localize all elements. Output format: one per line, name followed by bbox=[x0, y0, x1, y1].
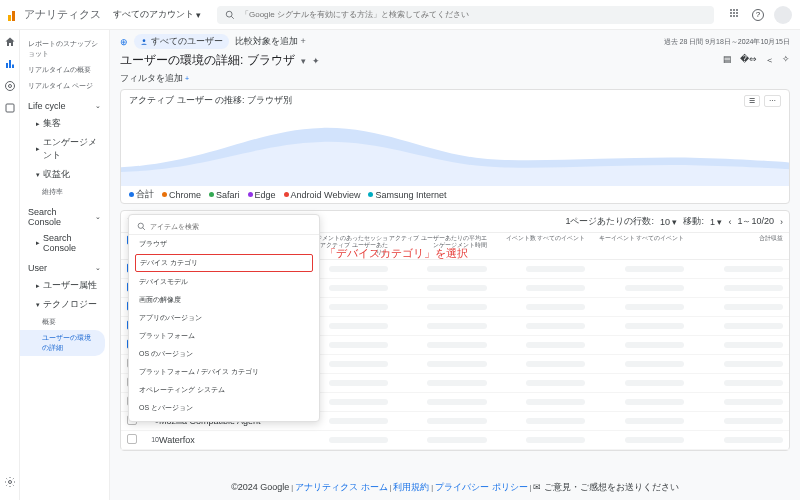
add-filter[interactable]: フィルタを追加 + bbox=[120, 72, 790, 85]
account-label: すべてのアカウント bbox=[113, 8, 194, 21]
dropdown-item[interactable]: 画面の解像度 bbox=[129, 291, 319, 309]
page-title: ユーザーの環境の詳細: ブラウザ bbox=[120, 52, 295, 69]
sidebar-item-tech-details[interactable]: ユーザーの環境の詳細 bbox=[20, 330, 105, 356]
sidebar-group-user[interactable]: User⌄ bbox=[20, 260, 109, 276]
dropdown-item[interactable]: デバイス カテゴリ bbox=[135, 254, 313, 272]
rows-per-page-select[interactable]: 10 ▾ bbox=[660, 217, 678, 227]
footer-feedback[interactable]: ✉ ご意見・ご感想をお送りください bbox=[533, 482, 679, 492]
sidebar-item-engagement[interactable]: ▸エンゲージメント bbox=[20, 133, 109, 165]
ads-icon[interactable] bbox=[4, 102, 16, 114]
product-name: アナリティクス bbox=[24, 7, 101, 22]
home-icon[interactable] bbox=[4, 36, 16, 48]
svg-rect-4 bbox=[12, 65, 14, 69]
report-sidebar: レポートのスナップショット リアルタイムの概要 リアルタイム ページ Life … bbox=[20, 30, 110, 500]
row-checkbox[interactable] bbox=[127, 434, 137, 444]
dropdown-item[interactable]: デバイスモデル bbox=[129, 273, 319, 291]
chart-menu-icon[interactable]: ⋯ bbox=[764, 95, 781, 107]
legend-item[interactable]: Edge bbox=[248, 188, 276, 201]
goto-page-select[interactable]: 1 ▾ bbox=[710, 217, 723, 227]
search-bar[interactable] bbox=[217, 6, 714, 24]
dropdown-item[interactable]: オペレーティング システム bbox=[129, 381, 319, 399]
insights-icon[interactable]: ✧ bbox=[782, 54, 790, 67]
svg-line-13 bbox=[143, 228, 145, 230]
segment-toolbar: ⊕ すべてのユーザー 比較対象を追加 + 過去 28 日間 9月18日～2024… bbox=[120, 34, 790, 49]
svg-point-12 bbox=[138, 223, 143, 228]
sidebar-item-acquisition[interactable]: ▸集客 bbox=[20, 114, 109, 133]
admin-icon[interactable] bbox=[4, 476, 16, 488]
sidebar-group-lifecycle[interactable]: Life cycle⌄ bbox=[20, 98, 109, 114]
legend-item[interactable]: Android Webview bbox=[284, 188, 361, 201]
svg-point-0 bbox=[226, 11, 232, 17]
sidebar-item-realtime-page[interactable]: リアルタイム ページ bbox=[20, 78, 109, 94]
legend-dot bbox=[368, 192, 373, 197]
legend-item[interactable]: Chrome bbox=[162, 188, 201, 201]
dropdown-item[interactable]: ブラウザ bbox=[129, 235, 319, 253]
dropdown-item[interactable]: プラットフォーム bbox=[129, 327, 319, 345]
sidebar-item-snapshot[interactable]: レポートのスナップショット bbox=[20, 36, 109, 62]
svg-point-8 bbox=[8, 481, 11, 484]
footer-link-terms[interactable]: 利用規約 bbox=[393, 482, 429, 492]
segment-chip-all-users[interactable]: すべてのユーザー bbox=[134, 34, 229, 49]
footer-link-privacy[interactable]: プライバシー ポリシー bbox=[435, 482, 528, 492]
sidebar-group-searchconsole[interactable]: Search Console⌄ bbox=[20, 204, 109, 230]
search-icon bbox=[225, 10, 235, 20]
topbar: アナリティクス すべてのアカウント ▾ ? bbox=[0, 0, 800, 30]
legend-item[interactable]: Safari bbox=[209, 188, 240, 201]
dropdown-item[interactable]: OS のバージョン bbox=[129, 345, 319, 363]
legend-dot bbox=[129, 192, 134, 197]
dropdown-item[interactable]: プラットフォーム / デバイス カテゴリ bbox=[129, 363, 319, 381]
chevron-down-icon: ▾ bbox=[196, 10, 201, 20]
product-logo[interactable]: アナリティクス bbox=[8, 7, 101, 22]
row-name: Waterfox bbox=[159, 435, 289, 445]
sidebar-item-retention[interactable]: 維持率 bbox=[20, 184, 109, 200]
search-input[interactable] bbox=[241, 10, 706, 19]
reports-icon[interactable] bbox=[4, 58, 16, 70]
svg-line-1 bbox=[231, 16, 234, 19]
chart-type-icon[interactable]: ☰ bbox=[744, 95, 760, 107]
apps-icon[interactable] bbox=[730, 9, 742, 21]
customize-icon[interactable]: ▤ bbox=[723, 54, 732, 67]
sidebar-item-tech-overview[interactable]: 概要 bbox=[20, 314, 109, 330]
sidebar-item-realtime-overview[interactable]: リアルタイムの概要 bbox=[20, 62, 109, 78]
explore-icon[interactable] bbox=[4, 80, 16, 92]
svg-rect-3 bbox=[9, 60, 11, 68]
bookmark-icon[interactable]: ✦ bbox=[312, 56, 320, 66]
legend-item[interactable]: 合計 bbox=[129, 188, 154, 201]
svg-point-5 bbox=[5, 82, 14, 91]
sidebar-item-user-attributes[interactable]: ▸ユーザー属性 bbox=[20, 276, 109, 295]
date-range[interactable]: 過去 28 日間 9月18日～2024年10月15日 bbox=[664, 37, 790, 47]
legend-dot bbox=[248, 192, 253, 197]
page-next-icon[interactable]: › bbox=[780, 217, 783, 227]
account-switcher[interactable]: すべてのアカウント ▾ bbox=[113, 8, 201, 21]
svg-point-9 bbox=[143, 39, 146, 42]
footer: ©2024 Google | アナリティクス ホーム | 利用規約 | プライバ… bbox=[110, 481, 800, 494]
nav-rail bbox=[0, 30, 20, 500]
dropdown-item[interactable]: アプリのバージョン bbox=[129, 309, 319, 327]
segment-add-icon[interactable]: ⊕ bbox=[120, 37, 128, 47]
share-icon[interactable]: �⇔ bbox=[740, 54, 757, 67]
page-prev-icon[interactable]: ‹ bbox=[728, 217, 731, 227]
share2-icon[interactable]: ＜ bbox=[765, 54, 774, 67]
add-comparison[interactable]: 比較対象を追加 + bbox=[235, 35, 306, 48]
legend-item[interactable]: Samsung Internet bbox=[368, 188, 446, 201]
avatar[interactable] bbox=[774, 6, 792, 24]
dropdown-search[interactable] bbox=[129, 219, 319, 235]
dropdown-search-input[interactable] bbox=[150, 223, 311, 230]
analytics-logo-icon bbox=[8, 9, 20, 21]
footer-link-home[interactable]: アナリティクス ホーム bbox=[295, 482, 388, 492]
annotation-callout: 「デバイスカテゴリ」を選択 bbox=[325, 246, 468, 261]
top-actions: ? bbox=[730, 6, 792, 24]
svg-rect-7 bbox=[6, 104, 14, 112]
help-icon[interactable]: ? bbox=[752, 9, 764, 21]
pager: 1ページあたりの行数: 10 ▾ 移動: 1 ▾ ‹ 1～10/20 › bbox=[565, 215, 783, 228]
dropdown-item[interactable]: OS とバージョン bbox=[129, 399, 319, 417]
sidebar-item-searchconsole[interactable]: ▸Search Console bbox=[20, 230, 109, 256]
dimension-dropdown: ブラウザデバイス カテゴリデバイスモデル画面の解像度アプリのバージョンプラットフ… bbox=[128, 214, 320, 422]
chart-legend: 合計ChromeSafariEdgeAndroid WebviewSamsung… bbox=[121, 186, 789, 203]
title-dropdown-icon[interactable]: ▾ bbox=[301, 56, 306, 66]
sidebar-item-technology[interactable]: ▾テクノロジー bbox=[20, 295, 109, 314]
row-index: 10 bbox=[145, 436, 159, 443]
area-chart bbox=[121, 111, 789, 186]
legend-dot bbox=[209, 192, 214, 197]
sidebar-item-monetization[interactable]: ▾収益化 bbox=[20, 165, 109, 184]
